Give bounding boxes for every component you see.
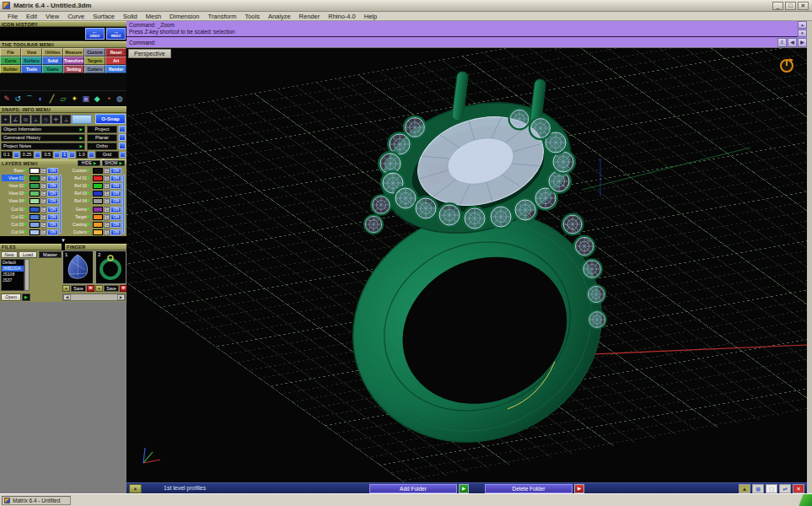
layer-label[interactable]: Ref 04 [65,197,87,204]
thumbnails-scrollbar[interactable]: ◀ ▶ [62,293,126,301]
layer-color-swatch[interactable] [30,229,40,235]
compass-icon[interactable] [778,57,795,73]
layer-expand-icon[interactable]: ▶ [88,213,92,220]
menu-item-help[interactable]: Help [360,13,381,20]
transfer-button[interactable]: ⇄ [779,484,791,493]
tab-curve[interactable]: Curve [0,57,21,65]
perp-snap-icon[interactable]: ⊥ [62,115,71,124]
layer-c-button[interactable]: C [40,168,46,174]
menu-item-transform[interactable]: Transform [204,13,241,20]
redo-button[interactable]: → REDO [106,28,126,40]
layer-on-button[interactable]: ON [110,183,121,189]
snap-value-0-1[interactable]: 0.1 [1,151,13,159]
layer-c-button[interactable]: C [40,198,46,204]
layer-expand-icon[interactable]: ▶ [24,206,29,213]
tab-surface[interactable]: Surface [21,57,42,65]
layer-on-button[interactable]: ON [47,168,58,174]
layer-on-button[interactable]: ON [110,214,121,220]
layers-scrollbar[interactable] [122,175,125,234]
tab-reset[interactable]: Reset [105,48,126,57]
menu-item-mesh[interactable]: Mesh [142,13,165,20]
thumbnail-slot-1[interactable]: 1 [62,250,94,284]
thumb-up-icon[interactable]: ▲ [95,285,103,292]
open-arrow-button[interactable]: ▶ [22,293,30,301]
layer-c-button[interactable]: C [40,222,46,228]
pencil-icon[interactable]: ✎ [2,93,12,105]
layer-label[interactable]: Target [65,213,87,220]
snap-value-0-25[interactable]: 0.25 [20,151,35,159]
layer-label[interactable]: Casting [65,221,87,228]
tab-utilities[interactable]: Utilities [42,48,63,57]
layer-c-button[interactable]: C [104,214,110,220]
dial-icon[interactable]: ◔ [104,93,114,105]
menu-item-render[interactable]: Render [295,13,325,20]
snap-toggle-icon[interactable] [54,152,60,158]
layer-c-button[interactable]: C [40,183,46,189]
command-history-box[interactable]: Command: _Zoom Press Z-key shortcut to b… [126,21,798,37]
delete-folder-confirm-icon[interactable]: ▶ [574,484,584,493]
toggle-ortho[interactable] [119,143,126,149]
layer-color-swatch[interactable] [30,191,40,196]
mode-button-planar[interactable]: Planar [87,134,117,142]
layer-color-swatch[interactable] [30,222,40,228]
menu-item-edit[interactable]: Edit [22,13,41,20]
delete-thumb-icon[interactable]: ✖ [87,285,94,292]
file-item-js108[interactable]: JS108 [2,272,24,277]
layer-c-button[interactable]: C [104,207,110,213]
snap-value-1-0[interactable]: 1.0 [76,151,88,159]
layer-label[interactable]: Base [2,167,24,174]
load-file-tab[interactable]: Load [19,251,37,258]
sphere-icon[interactable]: ◐ [35,93,46,105]
layer-expand-icon[interactable]: ▶ [24,175,29,181]
mid-snap-icon[interactable]: ⟂ [31,115,40,124]
layer-on-button[interactable]: ON [47,214,58,220]
layer-on-button[interactable]: ON [110,198,121,204]
layer-on-button[interactable]: ON [47,191,58,196]
layer-color-swatch[interactable] [93,229,103,235]
arc-icon[interactable]: ⌒ [24,93,35,105]
polyline-icon[interactable]: ╱ [47,93,57,105]
menu-item-view[interactable]: View [41,13,63,20]
layer-color-swatch[interactable] [93,183,103,189]
command-list-icon[interactable]: ≡ [777,38,787,47]
layer-c-button[interactable]: C [104,168,110,174]
add-folder-button[interactable]: Add Folder [369,484,457,493]
layer-c-button[interactable]: C [40,191,46,196]
layer-expand-icon[interactable]: ▶ [88,229,92,235]
spiral-icon[interactable]: ↺ [13,93,23,105]
tab-art[interactable]: Art [105,57,126,65]
layer-on-button[interactable]: ON [110,222,121,228]
maximize-button[interactable]: □ [785,2,796,10]
layer-on-button[interactable]: ON [47,229,58,235]
layer-on-button[interactable]: ON [110,175,121,181]
snap-toggle-icon[interactable] [35,152,40,158]
layer-color-swatch[interactable] [30,207,40,213]
tab-tools[interactable]: Tools [21,65,42,73]
taskbar-app-button[interactable]: Matrix 6.4 - Untitled [2,496,71,505]
grid-snap-button[interactable]: Grid Snap [95,151,119,159]
layer-color-swatch[interactable] [30,183,40,189]
point-snap-icon[interactable]: ⊙ [21,115,30,124]
layer-expand-icon[interactable]: ▶ [88,167,92,174]
scroll-down-icon[interactable]: ▼ [798,30,807,37]
layer-c-button[interactable]: C [40,175,46,181]
menu-item-solid[interactable]: Solid [119,13,142,20]
command-prev-icon[interactable]: ◀ [788,38,797,47]
layer-on-button[interactable]: ON [47,222,58,228]
layer-color-swatch[interactable] [30,198,40,204]
close-browser-button[interactable]: ✕ [793,484,804,493]
layer-expand-icon[interactable]: ▶ [24,197,29,204]
command-scrollbar[interactable]: ▲ ▼ [798,21,807,37]
browser-up-button[interactable]: ▲ [129,484,142,493]
menu-item-analyze[interactable]: Analyze [264,13,295,20]
delete-folder-button[interactable]: Delete Folder [485,484,573,493]
snap-toggle-icon[interactable] [120,152,126,158]
tab-file[interactable]: File [0,48,21,57]
tab-view[interactable]: View [21,48,42,57]
layer-color-swatch[interactable] [93,207,103,213]
minimize-button[interactable]: _ [772,2,783,10]
layer-label[interactable]: Gems [65,206,87,213]
panel-button-project-notes[interactable]: Project Notes▶ [1,143,85,150]
near-snap-icon[interactable]: ∠ [11,115,20,124]
viewport-3d[interactable]: Perspective [126,47,807,482]
